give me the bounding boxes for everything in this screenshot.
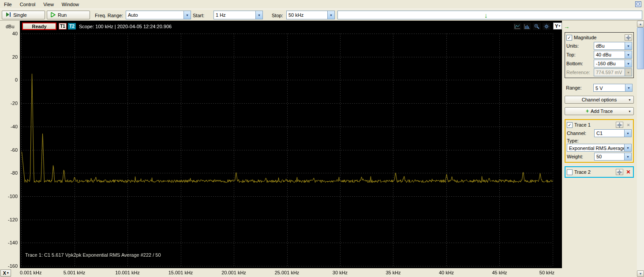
start-label: Start: [193,13,204,18]
range-label: Range: [566,85,593,90]
chevron-down-icon: ▼ [625,60,632,67]
add-trace-label: Add Trace [591,109,613,114]
trace1-weight-select[interactable]: 50 ▼ [594,153,632,161]
menu-file[interactable]: File [0,0,16,8]
magnitude-checkbox[interactable]: ✓ [566,35,572,41]
trace1-weight-label: Weight: [567,154,594,159]
green-right-arrow-icon[interactable]: → [564,23,569,30]
reference-label: Reference: [566,70,594,75]
plus-icon: + [586,108,589,114]
range-select[interactable]: 5 V ▼ [593,84,633,92]
plot-toolbar [513,23,550,30]
trace1-label: Trace 1 [574,122,591,127]
scroll-down-icon[interactable]: ▼ [637,270,644,277]
chevron-down-icon: ▼ [327,11,334,19]
x-axis-selector-label: X [3,270,6,276]
scope-info-text: Scope: 100 kHz | 2020-04-05 12:24:20.906 [79,24,172,29]
reference-select: 774.597 mV ▼ [594,68,632,76]
stop-value: 50 kHz [287,11,327,19]
trace1-channel-select[interactable]: C1 ▼ [594,129,632,137]
channel-options-label: Channel options [582,97,617,102]
chevron-down-icon: ▼ [625,51,632,58]
chevron-down-icon: ▼ [624,144,631,151]
channel-options-button[interactable]: Channel options ▼ [565,96,634,104]
status-badge: Ready [22,22,56,30]
green-down-arrow-icon[interactable]: ↓ [484,11,488,19]
stop-label: Stop: [272,13,283,18]
plot-region: dBu Ready T1 T2 Scope: 100 kHz | 2020-04… [0,21,644,277]
add-trace-button[interactable]: + Add Trace ▼ [565,107,634,115]
chevron-down-icon: ▼ [183,11,191,19]
toolbar: Single Run Freq. Range: Auto ▼ Start: 1 … [0,9,644,21]
zoom-fit-icon[interactable] [513,23,521,30]
trace2-label: Trace 2 [574,169,591,175]
histogram-icon[interactable] [523,23,531,30]
trace1-checkbox[interactable]: ✓ [567,122,573,128]
tab-trace1[interactable]: T1 [59,23,67,30]
trace1-close-icon[interactable]: × [625,122,632,128]
trace2-close-icon[interactable]: ✕ [625,169,632,175]
bottom-select[interactable]: -160 dBu ▼ [594,60,632,67]
top-select[interactable]: 40 dBu ▼ [594,51,632,59]
freq-range-label: Freq. Range: [95,13,123,18]
single-button[interactable]: Single [2,11,45,19]
check-icon: ✓ [568,123,571,127]
trace1-type-select[interactable]: Exponential RMS Average ▼ [567,144,632,152]
trace1-groupbox: ✓ Trace 1 × Channel: C1 ▼ Type: Exponent… [565,119,634,163]
chevron-down-icon: ▼ [625,84,632,91]
chevron-down-icon: ▼ [625,69,632,76]
tab-trace2[interactable]: T2 [68,23,76,30]
trace2-groupbox: Trace 2 ✕ [565,166,634,178]
units-value: dBu [594,42,625,49]
y-axis-unit-label: dBu [6,24,15,29]
plot-settings-icon[interactable] [543,23,550,30]
spectrum-plot[interactable] [0,21,564,277]
scroll-up-icon[interactable]: ▲ [637,21,644,27]
check-icon: ✓ [567,35,571,40]
trace1-type-value: Exponential RMS Average [567,144,624,151]
menu-control[interactable]: Control [16,0,39,8]
magnitude-gear-icon[interactable] [625,34,632,41]
trace1-gear-icon[interactable] [616,122,623,128]
chevron-down-icon: ▾ [7,271,9,275]
zoom-in-icon[interactable] [533,23,541,30]
trace2-checkbox[interactable] [567,169,573,175]
y-axis-selector-button[interactable]: Y ▾ [553,22,562,30]
chevron-down-icon: ▼ [628,110,631,113]
chevron-down-icon: ▼ [624,130,631,137]
run-button[interactable]: Run [47,11,90,19]
stop-select[interactable]: 50 kHz ▼ [286,11,335,19]
units-select[interactable]: dBu ▼ [594,42,632,50]
restore-window-icon[interactable] [635,1,641,7]
settings-panel: ✓ Magnitude Units: dBu ▼ Top: 40 dBu ▼ [565,32,634,178]
menu-window[interactable]: Window [58,0,83,8]
freq-range-value: Auto [126,11,183,19]
menu-view[interactable]: View [39,0,58,8]
bottom-label: Bottom: [566,61,594,66]
trace-readout: Trace 1: C1 5.617 Vpk2pk Exponential RMS… [25,252,161,258]
toolbar-combobox[interactable]: ↓ [337,11,642,19]
status-text: Ready [32,24,46,29]
trace1-weight-value: 50 [595,153,624,160]
run-button-label: Run [58,12,67,18]
chevron-down-icon: ▼ [255,11,262,19]
single-button-label: Single [13,12,27,18]
chevron-down-icon: ▼ [625,42,632,49]
freq-range-select[interactable]: Auto ▼ [126,11,191,19]
trace1-channel-label: Channel: [567,131,594,136]
trace2-gear-icon[interactable] [616,169,623,175]
scrollbar-thumb[interactable] [637,27,644,69]
vertical-scrollbar[interactable]: ▲ ▼ [637,21,644,277]
trace1-type-label: Type: [567,138,579,143]
trace1-channel-value: C1 [595,130,624,137]
menubar: File Control View Window [0,0,644,9]
start-select[interactable]: 1 Hz ▼ [213,11,263,19]
reference-value: 774.597 mV [594,69,625,76]
units-label: Units: [566,43,594,49]
single-icon [6,12,11,18]
x-axis-selector[interactable]: X ▾ [0,270,11,277]
chevron-down-icon: ▼ [628,98,631,101]
bottom-value: -160 dBu [594,60,625,67]
range-row: Range: 5 V ▼ [565,83,634,92]
restore-window-icon-inner [637,3,640,5]
